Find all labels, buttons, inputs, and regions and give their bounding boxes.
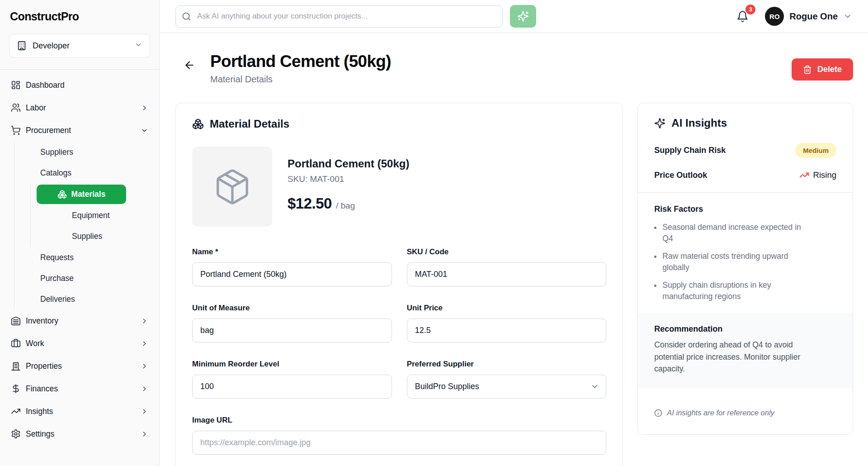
building-icon <box>11 361 21 371</box>
boxes-icon <box>57 190 67 199</box>
sidebar-item-purchase[interactable]: Purchase <box>14 268 159 289</box>
sidebar-item-settings[interactable]: Settings <box>0 423 159 445</box>
ai-assistant-button[interactable] <box>510 5 536 28</box>
product-name: Portland Cement (50kg) <box>288 157 409 170</box>
trending-up-icon <box>799 170 809 180</box>
preferred-supplier-value: BuildPro Supplies <box>415 382 479 391</box>
unit-price-input[interactable] <box>407 319 607 342</box>
avatar: RO <box>765 7 784 26</box>
user-name: Rogue One <box>789 11 838 22</box>
delete-button[interactable]: Delete <box>792 58 853 81</box>
material-form: Name * SKU / Code Unit of Measure U <box>192 247 606 455</box>
sidebar-item-deliveries[interactable]: Deliveries <box>14 289 159 309</box>
product-sku: SKU: MAT-001 <box>288 174 409 184</box>
page-titles: Portland Cement (50kg) Material Details <box>210 52 391 85</box>
panel-divider <box>638 192 853 193</box>
unit-input[interactable] <box>192 319 392 342</box>
arrow-left-icon <box>184 59 195 71</box>
sidebar-item-label: Supplies <box>72 232 102 241</box>
delete-button-label: Delete <box>817 65 842 74</box>
field-name: Name * <box>192 247 392 286</box>
price-outlook-row: Price Outlook Rising <box>654 170 836 180</box>
sidebar-item-label: Deliveries <box>40 295 75 304</box>
sidebar-item-materials[interactable]: Materials <box>37 185 126 204</box>
chevron-right-icon <box>141 385 148 393</box>
sidebar-item-inventory[interactable]: Inventory <box>0 309 159 332</box>
product-price: $12.50 <box>288 195 332 212</box>
ai-insights-header: AI Insights <box>654 117 836 129</box>
ai-disclaimer: AI insights are for reference only <box>654 409 836 417</box>
product-summary: Portland Cement (50kg) SKU: MAT-001 $12.… <box>192 147 606 227</box>
preferred-supplier-label: Preferred Supplier <box>407 360 607 369</box>
chevron-right-icon <box>141 104 148 112</box>
unit-price-label: Unit Price <box>407 304 607 313</box>
org-switcher-label: Developer <box>33 41 70 51</box>
topbar-right: 3 RO Rogue One <box>735 7 852 26</box>
sidebar-item-properties[interactable]: Properties <box>0 355 159 377</box>
risk-factor-item: Raw material costs trending upward globa… <box>654 251 810 274</box>
risk-factor-text: Raw material costs trending upward globa… <box>662 251 810 274</box>
chevron-down-icon <box>134 41 142 51</box>
preferred-supplier-select[interactable]: BuildPro Supplies <box>407 375 607 399</box>
chevron-right-icon <box>141 340 148 347</box>
sidebar-item-label: Dashboard <box>26 81 65 90</box>
supply-chain-risk-label: Supply Chain Risk <box>654 146 726 155</box>
risk-factor-item: Seasonal demand increase expected in Q4 <box>654 222 810 245</box>
user-menu[interactable]: RO Rogue One <box>765 7 852 26</box>
building-icon <box>17 41 27 51</box>
sidebar-nav: Dashboard Labor Procurement Suppliers Ca… <box>0 70 159 445</box>
sidebar-item-supplies[interactable]: Supplies <box>31 226 159 247</box>
sidebar-item-label: Suppliers <box>40 147 73 157</box>
dashboard-icon <box>11 80 21 90</box>
org-switcher[interactable]: Developer <box>9 34 150 57</box>
risk-factor-text: Seasonal demand increase expected in Q4 <box>662 222 810 245</box>
sku-input[interactable] <box>407 262 607 286</box>
main-area: 3 RO Rogue One Portland Cement (50kg) <box>160 0 868 466</box>
unit-label: Unit of Measure <box>192 304 392 313</box>
sidebar-item-dashboard[interactable]: Dashboard <box>0 74 159 96</box>
name-input[interactable] <box>192 262 392 286</box>
name-label: Name * <box>192 247 392 257</box>
sidebar-item-label: Equipment <box>72 211 110 220</box>
field-reorder-level: Minimum Reorder Level <box>192 360 392 399</box>
sidebar: ConstructPro Developer Dashboard Labor <box>0 0 160 466</box>
users-icon <box>11 103 21 113</box>
sidebar-item-catalogs[interactable]: Catalogs <box>14 162 159 183</box>
ai-insights-panel: AI Insights Supply Chain Risk Medium Pri… <box>637 103 853 435</box>
search-icon <box>182 12 191 23</box>
trash-icon <box>803 65 812 74</box>
sidebar-item-equipment[interactable]: Equipment <box>31 205 159 226</box>
bullet-dot <box>654 227 656 229</box>
sidebar-item-finances[interactable]: Finances <box>0 377 159 400</box>
chevron-down-icon <box>141 127 148 134</box>
image-url-label: Image URL <box>192 416 606 425</box>
risk-factors-title: Risk Factors <box>654 204 836 214</box>
page-title: Portland Cement (50kg) <box>210 52 391 71</box>
bullet-dot <box>654 256 656 258</box>
info-icon <box>654 409 662 417</box>
reorder-level-label: Minimum Reorder Level <box>192 360 392 369</box>
sidebar-item-labor[interactable]: Labor <box>0 96 159 119</box>
sidebar-item-suppliers[interactable]: Suppliers <box>14 142 159 162</box>
reorder-level-input[interactable] <box>192 375 392 399</box>
ai-search-input[interactable] <box>175 5 503 28</box>
sidebar-item-procurement[interactable]: Procurement <box>0 119 159 142</box>
warehouse-icon <box>11 316 21 326</box>
back-button[interactable] <box>184 59 195 71</box>
ai-insights-title: AI Insights <box>671 117 727 129</box>
image-url-input[interactable] <box>192 431 606 455</box>
product-info: Portland Cement (50kg) SKU: MAT-001 $12.… <box>288 147 409 227</box>
chevron-right-icon <box>141 430 148 438</box>
briefcase-icon <box>11 338 21 348</box>
card-title: Material Details <box>210 118 289 130</box>
gear-icon <box>11 429 21 439</box>
sidebar-item-label: Work <box>26 339 44 348</box>
sparkles-icon <box>654 118 665 129</box>
sidebar-item-label: Settings <box>26 429 54 439</box>
field-unit: Unit of Measure <box>192 304 392 342</box>
sidebar-item-insights[interactable]: Insights <box>0 400 159 423</box>
notifications-button[interactable]: 3 <box>735 9 750 24</box>
sidebar-item-requests[interactable]: Requests <box>14 247 159 268</box>
columns: Material Details Portland Cement (50kg) … <box>175 103 853 466</box>
sidebar-item-work[interactable]: Work <box>0 332 159 355</box>
